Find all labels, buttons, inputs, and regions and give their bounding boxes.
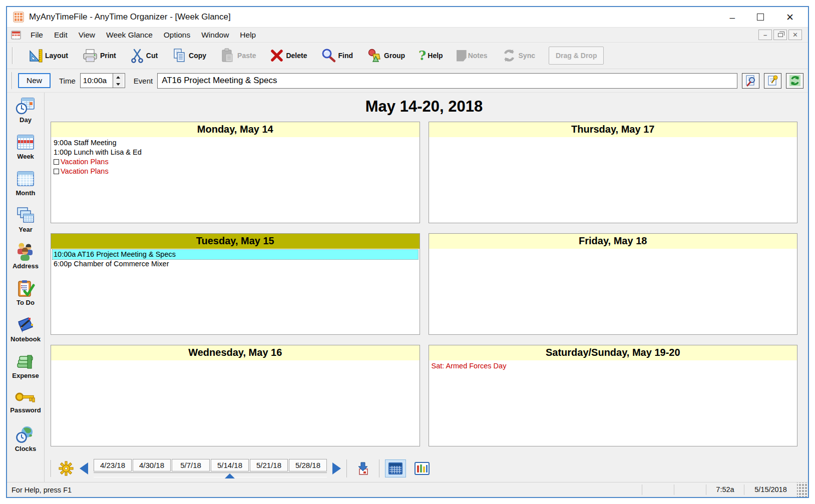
status-segment — [642, 484, 674, 494]
week-slider-track[interactable] — [94, 472, 327, 477]
event-input[interactable] — [157, 73, 737, 89]
selected-event-item[interactable]: 10:00a AT16 Project Meeting & Specs — [53, 250, 418, 259]
help-label: Help — [428, 52, 443, 60]
menu-window[interactable]: Window — [196, 29, 234, 41]
chart-view-button[interactable] — [412, 459, 433, 477]
sidebar-item-notebook[interactable]: Notebook — [11, 316, 41, 352]
todo-checkbox[interactable] — [54, 169, 59, 174]
delete-button[interactable]: Delete — [269, 48, 307, 63]
month-icon — [16, 170, 36, 189]
time-input[interactable] — [81, 74, 113, 88]
settings-gear-icon[interactable] — [58, 460, 74, 476]
todo-item[interactable]: Vacation Plans — [53, 167, 418, 176]
next-week-arrow[interactable] — [332, 462, 341, 474]
week-tab-selected[interactable]: 5/14/18 — [211, 459, 249, 471]
day-panel-wednesday[interactable]: Wednesday, May 16 — [51, 345, 420, 446]
sidebar-item-expense[interactable]: Expense — [12, 352, 39, 389]
find-label: Find — [338, 52, 353, 60]
week-tab[interactable]: 5/7/18 — [172, 459, 210, 471]
navbar-grip[interactable] — [51, 460, 52, 477]
paste-button[interactable]: Paste — [220, 48, 256, 64]
window-title: MyAnyTimeFile - AnyTime Organizer - [Wee… — [29, 12, 231, 22]
toolbar-grip[interactable] — [12, 47, 13, 64]
group-icon — [366, 48, 382, 64]
day-panel-tuesday[interactable]: Tuesday, May 15 10:00a AT16 Project Meet… — [51, 233, 420, 335]
new-button[interactable]: New — [18, 73, 51, 88]
copy-icon — [171, 48, 187, 64]
previous-week-arrow[interactable] — [80, 462, 88, 474]
sidebar-item-address[interactable]: Address — [13, 243, 39, 279]
time-spin-up-icon[interactable] — [113, 74, 124, 81]
goto-date-button[interactable] — [352, 459, 373, 477]
pin-event-button[interactable] — [764, 73, 781, 89]
sidebar-item-clocks[interactable]: Clocks — [15, 425, 37, 462]
sidebar-label-day: Day — [20, 116, 32, 124]
menu-options[interactable]: Options — [158, 29, 196, 41]
print-label: Print — [100, 52, 116, 60]
day-header-friday: Friday, May 18 — [429, 234, 797, 249]
sidebar-item-day[interactable]: Day — [16, 97, 36, 133]
day-panel-monday[interactable]: Monday, May 14 9:00a Staff Meeting 1:00p… — [51, 122, 420, 223]
time-spinner — [80, 73, 125, 88]
week-tab[interactable]: 4/23/18 — [94, 459, 132, 471]
week-tab[interactable]: 4/30/18 — [133, 459, 171, 471]
maximize-icon[interactable] — [757, 14, 764, 21]
help-button[interactable]: ? Help — [419, 50, 443, 61]
day-panel-friday[interactable]: Friday, May 18 — [429, 233, 798, 335]
todo-checkbox[interactable] — [54, 159, 59, 165]
find-button[interactable]: Find — [321, 48, 353, 64]
menu-view[interactable]: View — [73, 29, 101, 41]
cut-label: Cut — [146, 52, 158, 60]
sidebar-item-todo[interactable]: To Do — [16, 279, 36, 316]
delete-icon — [269, 48, 284, 63]
sidebar-label-month: Month — [16, 189, 36, 197]
sidebar-item-month[interactable]: Month — [16, 170, 36, 206]
week-glance-view: May 14-20, 2018 Monday, May 14 9:00a Sta… — [45, 93, 808, 454]
mdi-restore-icon[interactable] — [773, 30, 787, 40]
paste-label: Paste — [237, 52, 256, 60]
find-event-button[interactable] — [742, 73, 759, 89]
notes-icon — [457, 50, 467, 62]
sidebar-label-address2: Address — [13, 262, 39, 270]
sidebar-item-password[interactable]: Password — [10, 389, 41, 425]
event-item[interactable]: 6:00p Chamber of Commerce Mixer — [53, 259, 418, 269]
event-item[interactable]: 1:00p Lunch with Lisa & Ed — [53, 148, 418, 157]
mdi-close-icon[interactable]: ✕ — [788, 30, 802, 40]
day-panel-weekend[interactable]: Saturday/Sunday, May 19-20 Sat: Armed Fo… — [429, 345, 798, 446]
entrybar-grip[interactable] — [12, 72, 13, 89]
sidebar-label-clocks: Clocks — [15, 445, 37, 452]
sync-icon — [501, 48, 517, 64]
sidebar-item-week[interactable]: Week — [16, 133, 36, 170]
mdi-minimize-icon[interactable]: – — [758, 30, 772, 40]
sync-button[interactable]: Sync — [501, 48, 535, 64]
clocks-icon — [16, 425, 36, 444]
week-tab[interactable]: 5/28/18 — [289, 459, 327, 471]
menu-help[interactable]: Help — [234, 29, 261, 41]
time-spin-down-icon[interactable] — [113, 81, 124, 88]
sidebar-item-year[interactable]: Year — [16, 206, 36, 243]
day-panel-thursday[interactable]: Thursday, May 17 — [429, 122, 798, 223]
close-icon[interactable]: ✕ — [786, 13, 794, 22]
minimize-icon[interactable]: – — [730, 13, 735, 22]
todo-item[interactable]: Vacation Plans — [53, 157, 418, 167]
day-icon — [16, 97, 36, 116]
menu-edit[interactable]: Edit — [49, 29, 73, 41]
cut-button[interactable]: Cut — [130, 48, 158, 64]
week-tab[interactable]: 5/21/18 — [250, 459, 288, 471]
drag-drop-button[interactable]: Drag & Drop — [549, 47, 604, 65]
event-item[interactable]: 9:00a Staff Meeting — [53, 138, 418, 148]
week-view-button[interactable] — [385, 459, 406, 477]
cut-icon — [130, 48, 145, 64]
recurrence-button[interactable] — [786, 73, 803, 89]
print-button[interactable]: Print — [82, 48, 116, 64]
sidebar-label-address: Year — [19, 226, 32, 233]
resize-grip[interactable] — [797, 482, 808, 497]
notes-button[interactable]: Notes — [457, 50, 488, 62]
holiday-item: Sat: Armed Forces Day — [431, 361, 796, 371]
week-slider-marker[interactable] — [225, 473, 235, 478]
menu-week-glance[interactable]: Week Glance — [101, 29, 158, 41]
menu-file[interactable]: File — [25, 29, 49, 41]
copy-button[interactable]: Copy — [171, 48, 206, 64]
layout-button[interactable]: Layout — [28, 48, 68, 64]
group-button[interactable]: Group — [366, 48, 405, 64]
